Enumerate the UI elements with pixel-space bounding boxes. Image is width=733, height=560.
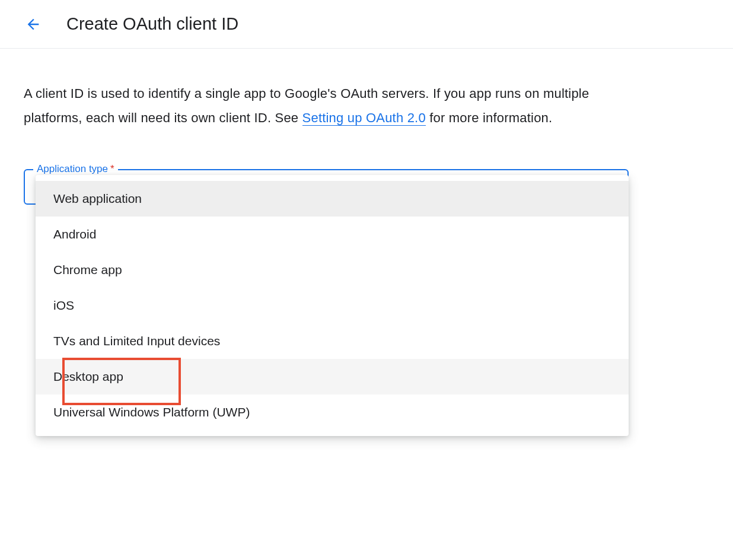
description-post-link: for more information. [426,110,552,125]
content-area: A client ID is used to identify a single… [0,49,733,187]
option-android[interactable]: Android [36,217,629,252]
option-tvs-limited-input[interactable]: TVs and Limited Input devices [36,323,629,359]
option-label: Web application [53,192,142,205]
setup-oauth-link[interactable]: Setting up OAuth 2.0 [302,110,426,126]
description-text: A client ID is used to identify a single… [24,82,617,130]
option-label: iOS [53,298,74,312]
arrow-left-icon [25,16,42,33]
field-label-text: Application type [37,163,108,175]
option-label: Universal Windows Platform (UWP) [53,405,250,419]
option-label: Android [53,227,96,241]
option-label: Desktop app [53,370,123,383]
page-title: Create OAuth client ID [66,14,238,34]
option-web-application[interactable]: Web application [36,181,629,217]
option-ios[interactable]: iOS [36,288,629,323]
field-label: Application type * [33,163,118,175]
option-uwp[interactable]: Universal Windows Platform (UWP) [36,394,629,430]
application-type-dropdown: Web application Android Chrome app iOS T… [36,175,629,436]
back-button[interactable] [24,15,43,34]
option-desktop-app[interactable]: Desktop app [36,359,629,394]
required-asterisk: * [110,163,114,175]
option-label: TVs and Limited Input devices [53,334,220,348]
page-header: Create OAuth client ID [0,0,733,49]
option-label: Chrome app [53,263,122,276]
option-chrome-app[interactable]: Chrome app [36,252,629,288]
